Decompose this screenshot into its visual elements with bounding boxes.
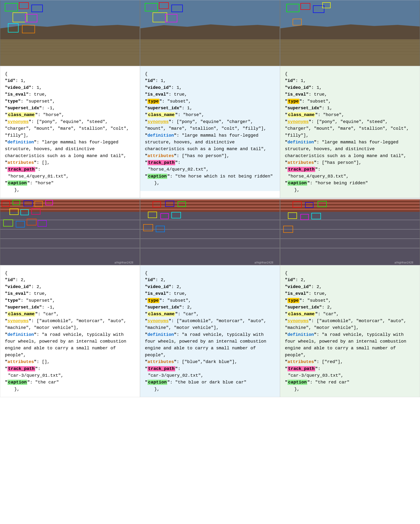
svg-rect-70	[0, 220, 140, 220]
svg-rect-101	[140, 209, 280, 210]
svg-rect-98	[140, 204, 280, 205]
key-id: "id": 2,	[5, 278, 26, 282]
key-definition: "definition": "large mammal has four-leg…	[145, 133, 266, 152]
key-id: "id": 1,	[5, 78, 26, 83]
image-cell-row1-col1: a/highfran2428	[140, 199, 280, 265]
track-path-val: "horse_4/query_03.txt",	[285, 174, 349, 179]
svg-rect-66	[0, 207, 140, 209]
key-is-eval: "is_eval": true,	[285, 291, 327, 296]
key-video-id: "video_id": 1,	[285, 85, 322, 90]
key-definition: "definition": "a road vehicle, typically…	[145, 332, 266, 358]
key-track-path: "track_path":	[5, 366, 40, 371]
key-superset-idx: "superset_idx": 2,	[285, 305, 332, 310]
key-id: "id": 2,	[145, 278, 166, 282]
key-caption: "caption": "the red car"	[285, 380, 350, 385]
key-superset-idx: "superset_idx": 1,	[285, 106, 332, 111]
json-block: { "id": 2, "video_id": 2, "is_eval": tru…	[140, 265, 280, 397]
key-type: "type": "subset",	[145, 298, 191, 303]
svg-rect-62	[0, 201, 140, 202]
key-definition: "definition": "large mammal has four-leg…	[285, 140, 406, 158]
key-class-name: "class_name": "car",	[285, 311, 339, 317]
svg-marker-47	[280, 24, 420, 39]
svg-rect-64	[0, 204, 140, 205]
svg-rect-72	[0, 238, 140, 239]
svg-rect-73	[0, 248, 140, 248]
key-is-eval: "is_eval": true,	[285, 92, 327, 97]
key-attributes: "attributes": ["blue","dark blue"],	[145, 359, 237, 364]
svg-rect-97	[140, 202, 280, 204]
key-track-path: "track_path":	[145, 366, 180, 371]
key-is-eval: "is_eval": true,	[5, 291, 47, 296]
json-cell-row1-col1: { "id": 2, "video_id": 2, "is_eval": tru…	[140, 265, 280, 397]
svg-rect-137	[280, 248, 420, 248]
key-video-id: "video_id": 2,	[5, 284, 42, 289]
indent-close: },	[285, 188, 300, 192]
track-path-val: "horse_4/query_01.txt",	[5, 174, 69, 179]
json-block: { "id": 1, "video_id": 1, "is_eval": tru…	[280, 66, 420, 198]
svg-rect-102	[140, 210, 280, 212]
key-definition: "definition": "large mammal has four-leg…	[5, 140, 126, 158]
json-cell-row1-col0: { "id": 2, "video_id": 2, "is_eval": tru…	[0, 265, 140, 397]
svg-text:a/highfran2428: a/highfran2428	[255, 261, 273, 264]
indent-close: },	[145, 387, 160, 392]
svg-rect-131	[280, 209, 420, 210]
key-video-id: "video_id": 1,	[145, 85, 182, 90]
svg-marker-11	[0, 24, 140, 39]
key-class-name: "class_name": "horse",	[285, 112, 344, 117]
key-attributes: "attributes": ["red"],	[285, 359, 343, 364]
key-caption: "caption": "horse"	[5, 181, 54, 186]
key-synonyms: "synonyms": ["pony", "equine", "steed", …	[285, 119, 409, 138]
indent-close: },	[5, 188, 20, 192]
json-cell-row0-col1: { "id": 1, "video_id": 1, "is_eval": tru…	[140, 66, 280, 198]
indent-close: },	[285, 387, 300, 392]
svg-rect-65	[0, 206, 140, 207]
brace-open: {	[285, 271, 288, 276]
svg-rect-100	[140, 207, 280, 209]
key-id: "id": 1,	[145, 78, 166, 83]
key-synonyms: "synonyms": ["pony", "equine", "charger"…	[145, 119, 266, 131]
key-definition: "definition": "a road vehicle, typically…	[285, 332, 406, 358]
key-is-eval: "is_eval": true,	[5, 92, 47, 97]
json-block: { "id": 1, "video_id": 1, "is_eval": tru…	[140, 66, 280, 191]
key-track-path: "track_path":	[285, 167, 320, 172]
svg-rect-99	[140, 206, 280, 207]
svg-text:a/highfran2428: a/highfran2428	[394, 261, 413, 264]
svg-rect-95	[140, 199, 280, 201]
image-cell-row0-col0	[0, 0, 140, 66]
json-cell-row0-col0: { "id": 1, "video_id": 1, "is_eval": tru…	[0, 66, 140, 198]
svg-rect-132	[280, 210, 420, 212]
brace-open: {	[285, 71, 288, 76]
key-attributes: "attributes": [],	[5, 160, 50, 165]
key-attributes: "attributes": ["has no person"],	[145, 153, 229, 158]
key-track-path: "track_path":	[145, 160, 180, 165]
key-class-name: "class_name": "horse",	[145, 112, 204, 117]
svg-rect-125	[280, 199, 420, 201]
key-superset-idx: "superset_idx": 2,	[145, 305, 192, 310]
key-synonyms: "synonyms": ["pony", "equine", "steed", …	[5, 119, 129, 138]
key-synonyms: "synonyms": ["automobile", "motorcar", "…	[285, 319, 406, 330]
brace-open: {	[145, 271, 147, 276]
track-path-val: "car-3/query_02.txt",	[145, 373, 204, 378]
key-superset-idx: "superset_idx": 1,	[145, 106, 192, 111]
key-type: "type": "superset",	[5, 298, 55, 303]
key-id: "id": 2,	[285, 278, 306, 282]
svg-rect-71	[0, 229, 140, 229]
key-type: "type": "subset",	[145, 99, 191, 104]
key-class-name: "class_name": "horse",	[5, 112, 64, 117]
key-type: "type": "superset",	[5, 99, 55, 104]
brace-open: {	[145, 71, 147, 76]
svg-rect-68	[0, 210, 140, 212]
key-synonyms: "synonyms": ["automobile", "motorcar", "…	[145, 319, 266, 330]
image-cell-row1-col0: a/highfran2428	[0, 199, 140, 265]
svg-rect-105	[140, 229, 280, 229]
key-type: "type": "subset",	[285, 298, 331, 303]
key-type: "type": "subset",	[285, 99, 331, 104]
image-cell-row0-col1	[140, 0, 280, 66]
brace-open: {	[5, 71, 8, 76]
svg-rect-63	[0, 202, 140, 204]
svg-text:a/highfran2428: a/highfran2428	[115, 261, 133, 264]
svg-marker-30	[140, 24, 280, 39]
svg-rect-104	[140, 220, 280, 220]
key-video-id: "video_id": 2,	[285, 284, 322, 289]
key-is-eval: "is_eval": true,	[145, 291, 187, 296]
